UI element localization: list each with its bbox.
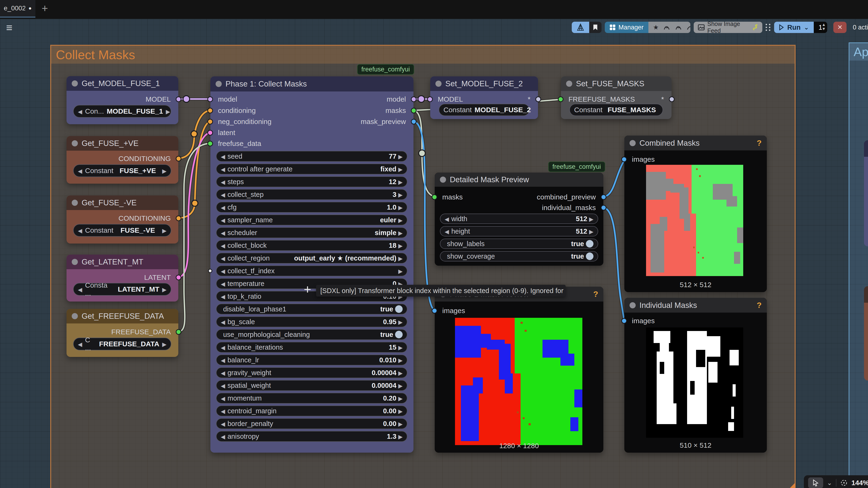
constant-widget[interactable]: Constant FUSE_-VE (73, 224, 171, 237)
output-port-model[interactable] (176, 96, 181, 102)
widget-balance-lr[interactable]: balance_lr0.010 (216, 355, 407, 365)
widget-use-morphological-cleaning[interactable]: use_morphological_cleaningtrue (216, 329, 407, 340)
next-arrow-icon[interactable] (162, 285, 166, 293)
run-options-chevron-icon[interactable]: ⌄ (804, 24, 809, 31)
constant-widget[interactable]: Constant FUSE_MASKS (569, 104, 663, 116)
widget-width[interactable]: width512 (440, 214, 598, 224)
output-port-freefuse-data[interactable] (176, 329, 181, 335)
prev-arrow-icon[interactable] (78, 167, 82, 175)
collapse-dot[interactable] (216, 81, 222, 87)
collapse-dot[interactable] (72, 200, 78, 206)
node-get-freefuse-data[interactable]: Get_FREEFUSE_DATA FREEFUSE_DATA C ... FR… (66, 309, 178, 357)
input-port-model[interactable] (207, 96, 213, 102)
star-icon[interactable]: ★ (653, 24, 659, 31)
input-port-model[interactable] (427, 96, 433, 102)
node-browser-icon[interactable] (675, 24, 682, 30)
toggle-knob[interactable] (395, 305, 403, 313)
input-port-images[interactable] (621, 318, 627, 324)
output-port-model[interactable] (411, 96, 416, 102)
widget-momentum[interactable]: momentum0.20 (216, 393, 407, 403)
constant-widget[interactable]: Consta ... LATENT_MT (73, 283, 171, 296)
output-port-conditioning[interactable] (176, 156, 181, 161)
prev-arrow-icon[interactable] (78, 340, 82, 348)
widget-show-labels[interactable]: show_labelstrue (440, 238, 598, 249)
widget-collect-tf-index[interactable]: collect_tf_index (216, 265, 407, 276)
zoom-level[interactable]: 144% (851, 479, 868, 487)
widget-cfg[interactable]: cfg1.0 (216, 202, 407, 213)
constant-widget[interactable]: Con... MODEL_FUSE_1 (73, 105, 171, 118)
input-port-neg-conditioning[interactable] (207, 119, 213, 125)
widget-anisotropy[interactable]: anisotropy1.3 (216, 431, 407, 442)
input-port-conditioning[interactable] (207, 108, 213, 113)
help-icon[interactable]: ? (757, 300, 762, 310)
collapse-dot[interactable] (72, 140, 78, 147)
prev-arrow-icon[interactable] (78, 107, 82, 115)
node-combined-masks[interactable]: Combined Masks ? images (624, 135, 767, 292)
batch-count-input[interactable]: 1 ▲▼ (814, 22, 827, 33)
widget-control-after-generate[interactable]: control after generatefixed (216, 164, 407, 174)
group-right-partial[interactable]: Ap (849, 42, 868, 488)
input-port-freefuse-masks[interactable] (558, 96, 563, 102)
widget-scheduler[interactable]: schedulersimple (216, 227, 407, 238)
widget-input-port-collect-tf-index[interactable] (208, 269, 212, 273)
collapse-dot[interactable] (72, 259, 78, 265)
node-phase1-mask-preview[interactable]: Phase 1 Mask Preview ? images (435, 287, 603, 453)
widget-sampler-name[interactable]: sampler_nameeuler (216, 215, 407, 225)
share-icon[interactable] (687, 24, 690, 30)
node-graph-canvas[interactable]: ≡ Collect Masks Ap (0, 19, 868, 488)
toggle-knob[interactable] (395, 331, 403, 338)
collapse-dot[interactable] (72, 313, 78, 319)
toggle-knob[interactable] (586, 240, 593, 248)
workflow-tab[interactable]: e_00025_ ● (0, 0, 35, 18)
constant-widget[interactable]: Constant MODEL_FUSE_2 (439, 104, 530, 116)
comfyui-logo-button[interactable] (572, 22, 589, 33)
next-arrow-icon[interactable] (166, 107, 170, 115)
output-port-latent[interactable] (176, 275, 181, 280)
widget-collect-block[interactable]: collect_block18 (216, 240, 407, 251)
widget-centroid-margin[interactable]: centroid_margin0.00 (216, 405, 407, 416)
node-get-model-fuse-1[interactable]: Get_MODEL_FUSE_1 MODEL Con... MODEL_FUSE… (66, 76, 178, 124)
widget-border-penalty[interactable]: border_penalty0.00 (216, 418, 407, 429)
count-stepper[interactable]: ▲▼ (822, 23, 826, 31)
widget-spatial-weight[interactable]: spatial_weight0.00004 (216, 380, 407, 391)
output-port-mask-preview[interactable] (411, 119, 416, 125)
input-port-freefuse-data[interactable] (207, 141, 213, 147)
widget-height[interactable]: height512 (440, 226, 598, 236)
group-title[interactable]: Collect Masks (51, 46, 795, 64)
widget-collect-step[interactable]: collect_step3 (216, 189, 407, 200)
menu-icon[interactable]: ≡ (6, 21, 12, 34)
constant-widget[interactable]: C ... FREEFUSE_DATA (73, 337, 171, 350)
output-port-masks[interactable] (411, 108, 416, 113)
toolbar-drag-handle[interactable] (766, 24, 771, 31)
bookmark-button[interactable] (589, 22, 601, 33)
collapse-dot[interactable] (629, 140, 636, 146)
next-arrow-icon[interactable] (162, 226, 166, 234)
widget-bg-scale[interactable]: bg_scale0.95 (216, 316, 407, 327)
input-port-images[interactable] (432, 308, 437, 314)
collapse-dot[interactable] (435, 80, 441, 87)
next-arrow-icon[interactable] (162, 340, 166, 348)
widget-balance-iterations[interactable]: balance_iterations15 (216, 342, 407, 353)
prev-arrow-icon[interactable] (78, 285, 82, 293)
help-icon[interactable]: ? (757, 138, 762, 148)
widget-seed[interactable]: seed77 (216, 151, 407, 162)
widget-show-coverage[interactable]: show_coveragetrue (440, 251, 598, 261)
node-phase1-collect-masks[interactable]: Phase 1: Collect Masks model conditionin… (210, 76, 413, 453)
widget-disable-lora-phase1[interactable]: disable_lora_phase1true (216, 304, 407, 315)
node-get-latent-mt[interactable]: Get_LATENT_MT LATENT Consta ... LATENT_M… (66, 255, 178, 301)
show-image-feed-button[interactable]: Show Image Feed (694, 22, 762, 33)
output-port-star[interactable] (669, 96, 675, 102)
select-tool-button[interactable] (808, 478, 823, 488)
group-resize-handle[interactable] (783, 483, 795, 488)
toggle-knob[interactable] (586, 253, 593, 260)
widget-collect-region[interactable]: collect_regionoutput_early ★ (recommende… (216, 253, 407, 264)
input-port-images[interactable] (621, 157, 627, 162)
output-port-conditioning[interactable] (176, 216, 181, 221)
node-get-fuse-pos[interactable]: Get_FUSE_+VE CONDITIONING Constant FUSE_… (66, 136, 178, 184)
input-port-latent[interactable] (207, 130, 213, 135)
widget-steps[interactable]: steps12 (216, 176, 407, 187)
node-set-model-fuse-2[interactable]: Set_MODEL_FUSE_2 MODEL * Constant MODEL_… (430, 76, 538, 119)
model-browser-icon[interactable] (663, 24, 671, 30)
new-tab-button[interactable]: + (38, 2, 52, 14)
help-icon[interactable]: ? (593, 290, 598, 299)
